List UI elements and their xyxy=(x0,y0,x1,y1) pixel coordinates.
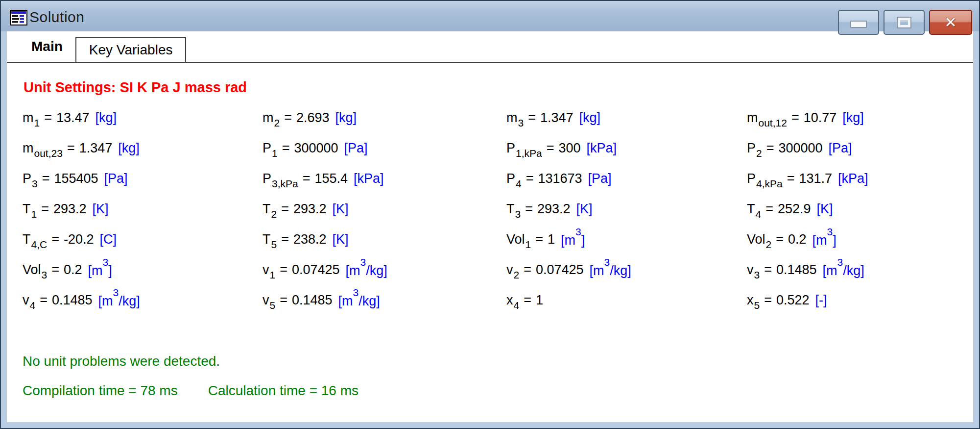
variable-p-2: P2=300000[Pa] xyxy=(747,133,973,163)
variable-m-out-23: mout,23=1.347[kg] xyxy=(23,133,263,163)
calculation-time: Calculation time = 16 ms xyxy=(208,383,359,399)
solution-content: Unit Settings: SI K Pa J mass rad m1=13.… xyxy=(7,79,973,399)
variable-p-1: P1=300000[Pa] xyxy=(263,133,506,163)
minimize-icon xyxy=(850,21,867,28)
solution-window: Solution ✕ MainKey Variables Unit Settin… xyxy=(0,0,980,429)
tab-key-variables[interactable]: Key Variables xyxy=(75,37,187,62)
variable-t-2: T2=293.2[K] xyxy=(263,194,506,224)
unit-problems-message: No unit problems were detected. xyxy=(23,353,973,369)
window-controls: ✕ xyxy=(838,10,972,35)
variable-v-3: v3=0.1485[m3/kg] xyxy=(747,254,973,285)
variable-vol-1: Vol1=1[m3] xyxy=(506,224,747,254)
variable-m-3: m3=1.347[kg] xyxy=(506,102,747,133)
variable-t-3: T3=293.2[K] xyxy=(506,194,747,224)
timing-row: Compilation time = 78 ms Calculation tim… xyxy=(23,383,973,399)
window-title: Solution xyxy=(29,9,84,25)
variable-vol-3: Vol3=0.2[m3] xyxy=(23,254,263,285)
variable-t-5: T5=238.2[K] xyxy=(263,224,506,254)
variable-p-4-kpa: P4,kPa=131.7[kPa] xyxy=(747,163,973,194)
unit-settings-text: Unit Settings: SI K Pa J mass rad xyxy=(24,79,973,96)
tab-main[interactable]: Main xyxy=(19,31,75,62)
window-frame: MainKey Variables Unit Settings: SI K Pa… xyxy=(1,31,979,428)
restore-button[interactable] xyxy=(884,10,925,35)
variable-t-4-c: T4,C=-20.2[C] xyxy=(23,224,263,254)
variable-x-4: x4=1 xyxy=(506,285,747,315)
variable-p-3: P3=155405[Pa] xyxy=(23,163,263,194)
variable-p-1-kpa: P1,kPa=300[kPa] xyxy=(506,133,747,163)
close-button[interactable]: ✕ xyxy=(929,10,972,35)
restore-icon xyxy=(897,17,911,28)
variable-vol-2: Vol2=0.2[m3] xyxy=(747,224,973,254)
variable-t-4: T4=252.9[K] xyxy=(747,194,973,224)
variables-grid: m1=13.47[kg]m2=2.693[kg]m3=1.347[kg]mout… xyxy=(23,102,973,315)
close-icon: ✕ xyxy=(944,15,956,30)
solution-window-icon xyxy=(10,10,27,25)
variable-v-5: v5=0.1485[m3/kg] xyxy=(263,285,506,315)
variable-m-out-12: mout,12=10.77[kg] xyxy=(747,102,973,133)
compilation-time: Compilation time = 78 ms xyxy=(23,383,178,399)
variable-t-1: T1=293.2[K] xyxy=(23,194,263,224)
minimize-button[interactable] xyxy=(838,10,879,35)
variable-v-1: v1=0.07425[m3/kg] xyxy=(263,254,506,285)
variable-p-3-kpa: P3,kPa=155.4[kPa] xyxy=(263,163,506,194)
variable-v-2: v2=0.07425[m3/kg] xyxy=(506,254,747,285)
variable-v-4: v4=0.1485[m3/kg] xyxy=(23,285,263,315)
titlebar[interactable]: Solution ✕ xyxy=(1,1,979,31)
variable-m-1: m1=13.47[kg] xyxy=(23,102,263,133)
tab-bar: MainKey Variables xyxy=(7,31,973,63)
variable-p-4: P4=131673[Pa] xyxy=(506,163,747,194)
variable-m-2: m2=2.693[kg] xyxy=(263,102,506,133)
variable-x-5: x5=0.522[-] xyxy=(747,285,973,315)
